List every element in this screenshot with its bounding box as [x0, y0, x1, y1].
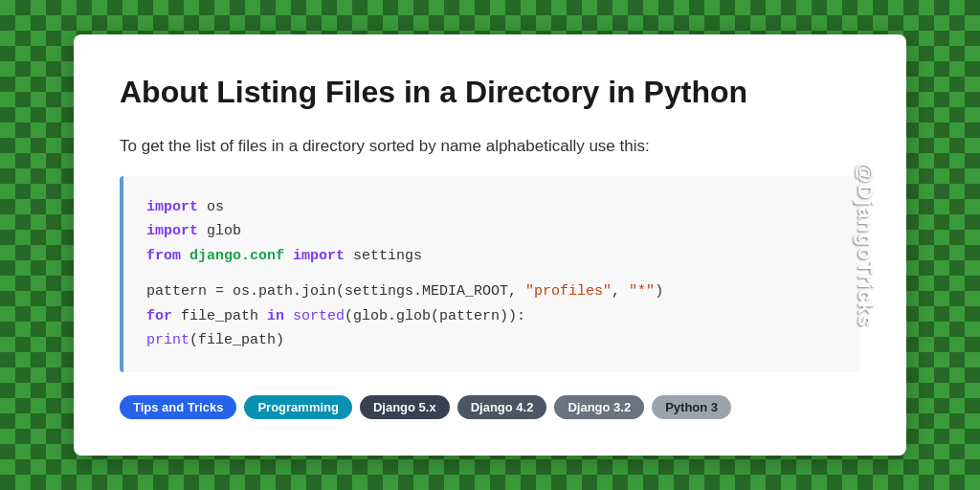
keyword-from: from [146, 248, 181, 264]
tag-django-42[interactable]: Django 4.2 [457, 395, 547, 419]
tag-django-5x[interactable]: Django 5.x [360, 395, 450, 419]
code-line-2: import glob [146, 219, 837, 244]
page-title: About Listing Files in a Directory in Py… [120, 73, 860, 111]
module-os: os [198, 199, 224, 215]
keyword-import3: import [284, 248, 345, 264]
description-text: To get the list of files in a directory … [120, 134, 860, 159]
settings-text: settings [345, 248, 422, 264]
func-print: print [146, 332, 189, 348]
string-glob: "*" [629, 283, 655, 300]
print-call: (file_path) [189, 332, 284, 348]
tags-container: Tips and Tricks Programming Django 5.x D… [120, 395, 860, 419]
keyword-in: in [267, 308, 284, 324]
keyword-for: for [146, 308, 172, 324]
comma1: , [612, 283, 629, 300]
code-line-5: for file_path in sorted(glob.glob(patter… [146, 304, 837, 329]
sorted-call: (glob.glob(pattern)): [345, 308, 525, 324]
tag-tips-and-tricks[interactable]: Tips and Tricks [120, 395, 236, 419]
code-block: import os import glob from django.conf i… [120, 176, 860, 372]
func-sorted: sorted [284, 308, 345, 324]
module-django-conf: django.conf [181, 248, 284, 264]
close-paren: ) [655, 283, 663, 300]
loop-var: file_path [172, 308, 267, 324]
code-line-6: print(file_path) [146, 328, 837, 353]
main-card: About Listing Files in a Directory in Py… [74, 34, 906, 456]
tag-programming[interactable]: Programming [244, 395, 352, 419]
code-line-1: import os [146, 195, 837, 220]
side-label: @DjangoTricks [854, 163, 879, 328]
keyword-import1: import [146, 199, 198, 215]
pattern-assign: pattern = os.path.join(settings.MEDIA_RO… [146, 283, 525, 300]
code-line-3: from django.conf import settings [146, 244, 837, 269]
code-line-4: pattern = os.path.join(settings.MEDIA_RO… [146, 279, 837, 304]
keyword-import2: import [146, 223, 198, 239]
tag-python3[interactable]: Python 3 [652, 395, 731, 419]
string-profiles: "profiles" [525, 283, 612, 300]
tag-django-32[interactable]: Django 3.2 [554, 395, 644, 419]
module-glob: glob [198, 223, 241, 239]
